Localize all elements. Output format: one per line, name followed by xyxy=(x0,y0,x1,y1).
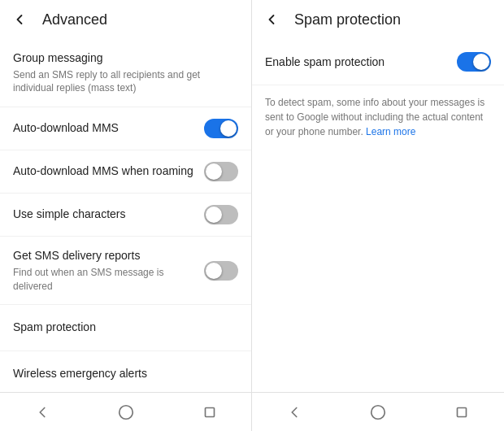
sms-delivery-title: Get SMS delivery reports xyxy=(13,248,194,264)
left-back-button[interactable] xyxy=(10,10,29,29)
sms-delivery-toggle[interactable] xyxy=(204,261,238,281)
spam-description: To detect spam, some info about your mes… xyxy=(252,85,504,149)
right-nav xyxy=(252,393,504,431)
auto-download-roaming-toggle[interactable] xyxy=(204,162,238,181)
auto-download-roaming-title: Auto-download MMS when roaming xyxy=(13,163,194,180)
left-nav xyxy=(0,393,252,431)
enable-spam-toggle[interactable] xyxy=(457,52,491,72)
right-recents-nav-button[interactable] xyxy=(447,398,476,427)
svg-rect-1 xyxy=(205,407,214,416)
right-panel-title: Spam protection xyxy=(294,11,401,28)
group-messaging-title: Group messaging xyxy=(13,50,228,67)
navigation-bar xyxy=(0,392,504,431)
group-messaging-item[interactable]: Group messaging Send an SMS reply to all… xyxy=(0,39,251,107)
left-back-nav-button[interactable] xyxy=(28,398,57,427)
left-recents-nav-button[interactable] xyxy=(195,398,224,427)
left-panel-content: Group messaging Send an SMS reply to all… xyxy=(0,39,251,392)
spam-protection-item[interactable]: Spam protection xyxy=(0,305,251,351)
svg-point-0 xyxy=(119,405,133,419)
simple-characters-item[interactable]: Use simple characters xyxy=(0,194,251,237)
simple-characters-title: Use simple characters xyxy=(13,207,194,223)
toggle-thumb xyxy=(206,263,222,279)
right-home-nav-button[interactable] xyxy=(363,398,393,427)
sms-delivery-subtitle: Find out when an SMS message is delivere… xyxy=(13,266,194,294)
auto-download-mms-toggle[interactable] xyxy=(204,119,238,138)
left-home-nav-button[interactable] xyxy=(111,398,141,427)
sms-delivery-item[interactable]: Get SMS delivery reports Find out when a… xyxy=(0,237,251,305)
auto-download-mms-title: Auto-download MMS xyxy=(13,120,194,137)
left-panel-header: Advanced xyxy=(0,0,251,39)
auto-download-mms-item[interactable]: Auto-download MMS xyxy=(0,107,251,150)
enable-spam-label: Enable spam protection xyxy=(265,55,385,68)
group-messaging-subtitle: Send an SMS reply to all recipients and … xyxy=(13,68,228,96)
right-back-nav-button[interactable] xyxy=(280,398,309,427)
enable-spam-protection-row[interactable]: Enable spam protection xyxy=(252,39,504,85)
left-panel-title: Advanced xyxy=(42,11,107,28)
right-panel-content: Enable spam protection To detect spam, s… xyxy=(252,39,504,392)
toggle-thumb xyxy=(473,54,489,70)
svg-rect-3 xyxy=(458,407,467,416)
wireless-alerts-title: Wireless emergency alerts xyxy=(13,366,238,382)
simple-characters-toggle[interactable] xyxy=(204,205,238,224)
learn-more-link[interactable]: Learn more xyxy=(366,126,415,137)
wireless-alerts-item[interactable]: Wireless emergency alerts xyxy=(0,351,251,392)
right-panel-header: Spam protection xyxy=(252,0,504,39)
right-panel: Spam protection Enable spam protection T… xyxy=(252,0,504,392)
spam-protection-title: Spam protection xyxy=(13,320,238,336)
auto-download-roaming-item[interactable]: Auto-download MMS when roaming xyxy=(0,150,251,194)
svg-point-2 xyxy=(371,405,385,419)
left-panel: Advanced Group messaging Send an SMS rep… xyxy=(0,0,252,392)
right-back-button[interactable] xyxy=(262,10,281,29)
